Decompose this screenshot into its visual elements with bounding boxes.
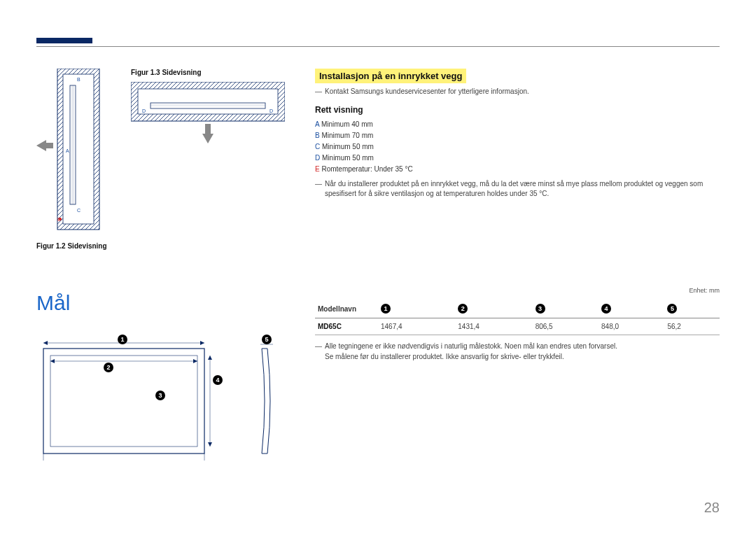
svg-marker-26: [208, 356, 212, 360]
figure-1-3: D D: [131, 82, 285, 145]
cell-model: MD65C: [315, 318, 378, 335]
spec-label-a: A: [315, 120, 319, 128]
top-rule: [36, 46, 720, 47]
svg-marker-21: [200, 341, 204, 345]
svg-text:C: C: [77, 208, 80, 213]
svg-rect-18: [50, 356, 197, 447]
install-note-contact: Kontakt Samsungs kundeservicesenter for …: [315, 87, 720, 95]
spec-label-d: D: [315, 154, 320, 162]
dimensions-diagram: 1 2 3 4 5: [36, 335, 288, 468]
subheading-rett-visning: Rett visning: [315, 105, 720, 115]
th-marker-4: 4: [601, 304, 611, 314]
page-number: 28: [704, 500, 720, 516]
svg-rect-4: [71, 85, 74, 204]
spec-text-a: Minimum 40 mm: [321, 120, 373, 128]
svg-rect-11: [138, 89, 278, 114]
spec-text-d: Minimum 50 mm: [322, 154, 374, 162]
table-row: MD65C 1467,4 1431,4 806,5 848,0 56,2: [315, 318, 720, 335]
svg-point-9: [59, 218, 62, 220]
th-marker-1: 1: [381, 304, 391, 314]
svg-marker-16: [202, 124, 214, 143]
dimensions-table: Modellnavn 1 2 3 4 5 MD65C 1467,4 1431,4…: [315, 300, 720, 335]
cell-dim-5: 56,2: [664, 318, 720, 335]
th-marker-5: 5: [667, 304, 677, 314]
svg-marker-24: [193, 359, 197, 363]
table-footnotes: Alle tegningene er ikke nødvendigvis i n…: [315, 341, 720, 362]
cell-dim-4: 848,0: [598, 318, 664, 335]
svg-marker-27: [208, 442, 212, 447]
svg-marker-23: [50, 359, 55, 363]
figure-1-2-caption: Figur 1.2 Sidevisning: [36, 242, 295, 250]
svg-rect-17: [43, 349, 204, 454]
dim-marker-4: 4: [213, 375, 223, 385]
svg-rect-13: [150, 104, 265, 106]
svg-text:A: A: [66, 148, 69, 153]
th-marker-2: 2: [458, 304, 468, 314]
spec-label-b: B: [315, 132, 320, 139]
cell-dim-1: 1467,4: [378, 318, 455, 335]
chapter-indicator: [36, 38, 92, 43]
cell-dim-3: 806,5: [533, 318, 598, 335]
figure-1-2: B A C E: [36, 69, 120, 237]
spec-text-e: Romtemperatur: Under 35 °C: [321, 165, 412, 173]
spec-text-b: Minimum 70 mm: [321, 132, 373, 139]
svg-text:D: D: [142, 108, 146, 113]
clearance-spec-list: A Minimum 40 mm B Minimum 70 mm C Minimu…: [315, 119, 720, 175]
dim-marker-2: 2: [104, 363, 113, 372]
section-heading-install: Installasjon på en innrykket vegg: [315, 69, 466, 83]
dim-marker-3: 3: [155, 391, 165, 400]
dim-marker-5: 5: [262, 335, 272, 344]
unit-label: Enhet: mm: [689, 287, 720, 294]
cell-dim-2: 1431,4: [455, 318, 532, 335]
section-heading-mal: Mål: [36, 291, 70, 315]
svg-text:D: D: [270, 108, 273, 113]
th-modelname: Modellnavn: [315, 300, 378, 318]
install-note-vent: Når du installerer produktet på en innry…: [315, 179, 720, 199]
svg-marker-0: [36, 140, 53, 151]
dim-marker-1: 1: [118, 335, 127, 344]
figure-1-3-caption: Figur 1.3 Sidevisning: [131, 69, 285, 76]
spec-label-c: C: [315, 143, 320, 150]
svg-text:B: B: [77, 77, 80, 82]
spec-text-c: Minimum 50 mm: [322, 143, 374, 150]
spec-label-e: E: [315, 165, 320, 173]
th-marker-3: 3: [536, 304, 545, 314]
svg-marker-20: [43, 341, 48, 345]
